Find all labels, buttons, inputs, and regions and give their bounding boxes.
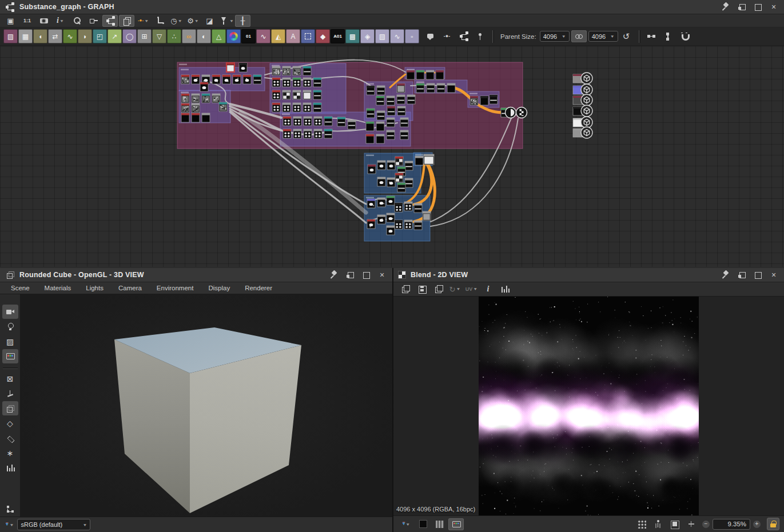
view3d-titlebar[interactable]: Rounded Cube - OpenGL - 3D VIEW × — [0, 268, 392, 282]
graph-node[interactable] — [226, 63, 234, 72]
graph-node[interactable] — [397, 83, 405, 93]
view2d-histogram-button[interactable] — [497, 283, 512, 295]
graph-node[interactable] — [337, 117, 345, 126]
menu-scene[interactable]: Scene — [3, 285, 37, 291]
graph-node[interactable] — [212, 94, 220, 103]
graph-node[interactable] — [202, 94, 210, 103]
graph-node[interactable] — [400, 130, 408, 139]
node-flood-fill-button[interactable]: ◆ — [316, 29, 330, 43]
node-pixel-processor-button[interactable]: ◈ — [360, 29, 375, 43]
graph-node[interactable] — [272, 90, 280, 99]
output-node[interactable] — [573, 94, 592, 106]
graph-node[interactable] — [313, 90, 321, 99]
graph-node[interactable] — [304, 117, 312, 126]
node-curve-node-button[interactable]: ∿ — [390, 29, 404, 43]
graph-node[interactable] — [395, 173, 403, 182]
graph-node[interactable] — [387, 130, 395, 139]
graph-node[interactable] — [272, 78, 280, 87]
node-sphere-gradient-button[interactable]: ◐ — [197, 29, 211, 43]
tool-stacked-view-button[interactable] — [119, 15, 134, 27]
tool-focus-node-button[interactable] — [86, 15, 101, 27]
graph-node[interactable] — [367, 199, 375, 208]
view2d-titlebar[interactable]: Blend - 2D VIEW × — [393, 268, 784, 282]
graph-node[interactable] — [404, 202, 412, 211]
node-directional-blur-button[interactable]: ◗ — [78, 29, 92, 43]
graph-node[interactable] — [283, 129, 291, 138]
graph-node[interactable] — [377, 111, 385, 120]
link-size-button[interactable] — [571, 30, 587, 42]
node-height-blend-button[interactable]: ▽ — [152, 29, 166, 43]
graph-node[interactable] — [181, 113, 189, 122]
graph-node[interactable] — [293, 129, 301, 138]
graph-maximize-button[interactable] — [752, 1, 763, 13]
view2d-viewport[interactable]: 4096 x 4096 (RGBA, 16bpc) — [393, 297, 784, 515]
graph-node[interactable] — [416, 70, 424, 79]
graph-node[interactable] — [367, 86, 375, 95]
node-gradient-node-button[interactable]: ▧ — [375, 29, 389, 43]
graph-node[interactable] — [447, 83, 455, 93]
colorspace-select[interactable]: sRGB (default)▼ — [17, 519, 90, 530]
view2d-reload-image-button[interactable]: ↻▼ — [447, 283, 463, 295]
tool-align-vertical-button[interactable] — [660, 30, 676, 42]
graph-node[interactable] — [181, 94, 189, 103]
view3d-scene-tree-button[interactable] — [2, 502, 18, 516]
graph-node[interactable] — [387, 96, 395, 105]
graph-node[interactable] — [293, 66, 301, 75]
node-chain-button[interactable]: ∞ — [182, 29, 196, 43]
node-blur-button[interactable]: ◖ — [33, 29, 47, 43]
view2d-pin-button[interactable] — [720, 269, 731, 281]
graph-node[interactable] — [376, 96, 384, 105]
view2d-save-image-button[interactable] — [414, 283, 429, 295]
tool-actual-size-button[interactable]: 1:1 — [19, 15, 35, 27]
colorspace-layers-icon[interactable]: ▾▾▾ — [6, 522, 9, 526]
graph-node[interactable] — [348, 120, 356, 129]
graph-node[interactable] — [415, 156, 423, 165]
node-scatter-button[interactable]: ∴ — [167, 29, 181, 43]
node-transformation-button[interactable]: ◰ — [93, 29, 107, 43]
view2d-display-filter-button[interactable] — [448, 518, 464, 530]
graph-node[interactable] — [407, 70, 415, 79]
graph-node[interactable] — [397, 183, 405, 192]
graph-node[interactable] — [368, 165, 376, 174]
node-grayscale-conversion-button[interactable]: 01 — [241, 29, 256, 43]
graph-node[interactable] — [324, 129, 332, 138]
graph-node[interactable] — [293, 78, 301, 87]
node-crop-button[interactable] — [301, 29, 315, 43]
node-tile-generator-button[interactable]: ⊞ — [137, 29, 152, 43]
node-channel-shuffle-button[interactable]: ⇄ — [48, 29, 62, 43]
graph-node[interactable] — [239, 63, 247, 72]
graph-node[interactable] — [387, 196, 395, 205]
graph-node[interactable] — [470, 96, 478, 105]
view2d-tile-grid-button[interactable] — [634, 518, 649, 530]
graph-node[interactable] — [314, 117, 322, 126]
graph-node[interactable] — [395, 220, 403, 229]
view2d-pan-view-button[interactable] — [683, 518, 699, 530]
graph-node[interactable] — [404, 220, 412, 229]
graph-node[interactable] — [283, 117, 291, 126]
view2d-uv-overlay-button[interactable]: UV▼ — [464, 283, 479, 295]
graph-node[interactable] — [304, 129, 312, 138]
view3d-fit-view-button[interactable]: ⊠ — [2, 371, 18, 386]
lock-zoom-button[interactable] — [767, 518, 779, 530]
tool-thumbnails-button[interactable]: ◪ — [202, 15, 217, 27]
node-shape-button[interactable]: ◯ — [122, 29, 137, 43]
graph-node[interactable] — [192, 113, 200, 122]
tool-dot-link-button[interactable]: -●- — [439, 30, 455, 42]
menu-lights[interactable]: Lights — [78, 285, 111, 291]
graph-node[interactable] — [366, 134, 374, 143]
graph-node[interactable] — [313, 78, 321, 87]
graph-node[interactable] — [427, 83, 435, 93]
graph-node[interactable] — [387, 161, 395, 170]
graph-titlebar[interactable]: Substance_graph - GRAPH × — [0, 0, 784, 14]
tool-comment-button[interactable] — [423, 30, 438, 42]
zoom-out-button[interactable]: − — [702, 521, 710, 528]
node-spline-button[interactable]: ∿ — [256, 29, 270, 43]
view2d-image-info-button[interactable]: i — [480, 283, 496, 295]
graph-node[interactable] — [192, 75, 200, 84]
graph-node[interactable] — [437, 83, 445, 93]
view2d-close-button[interactable]: × — [768, 269, 779, 281]
graph-node[interactable] — [200, 82, 208, 91]
tool-graph-item-button[interactable] — [456, 30, 471, 42]
view2d-channel-layers-button[interactable]: ▾▾▾▼ — [399, 518, 414, 530]
node-curve-button[interactable]: ∿ — [63, 29, 77, 43]
